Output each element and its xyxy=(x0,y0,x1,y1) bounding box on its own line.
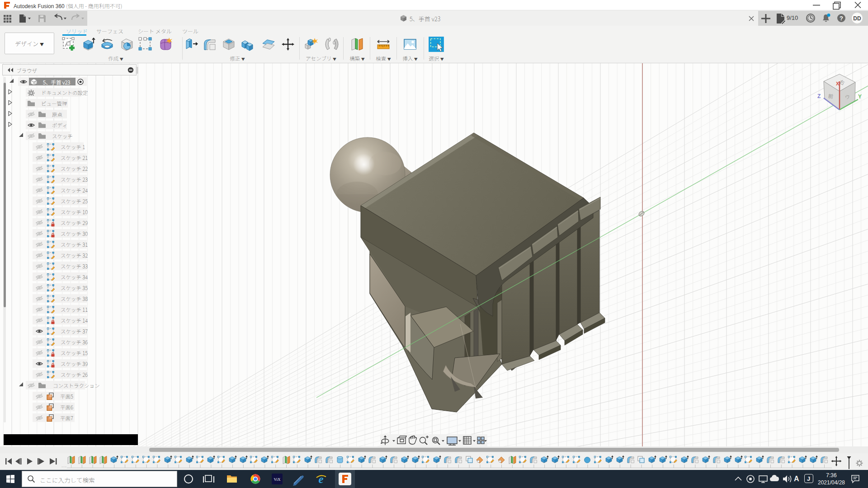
svg-text:前: 前 xyxy=(828,92,834,99)
svg-text:ViX: ViX xyxy=(274,477,281,482)
svg-text:?: ? xyxy=(840,15,843,22)
svg-text:Z: Z xyxy=(817,93,821,99)
svg-text:e: e xyxy=(318,473,323,485)
svg-text:Y: Y xyxy=(858,94,862,100)
svg-text:X: X xyxy=(836,81,840,86)
